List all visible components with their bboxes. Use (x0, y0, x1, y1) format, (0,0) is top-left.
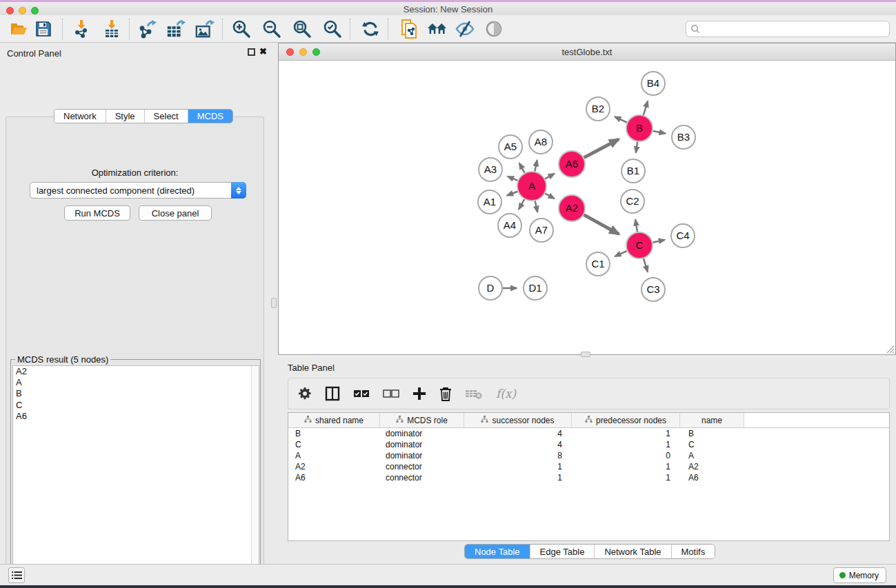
export-table-icon[interactable] (166, 19, 186, 39)
horizontal-divider-grip[interactable] (581, 352, 590, 357)
graph-node-A6[interactable]: A6 (559, 151, 585, 177)
graph-edge-C-C3[interactable] (644, 258, 648, 272)
result-item[interactable]: B (13, 388, 259, 399)
graph-node-C4[interactable]: C4 (671, 224, 695, 247)
resize-grip-icon[interactable] (884, 343, 895, 354)
column-selector-icon[interactable] (325, 383, 340, 404)
graph-edge-A2-C[interactable] (584, 215, 619, 234)
graph-node-D[interactable]: D (479, 276, 502, 300)
graph-node-C1[interactable]: C1 (586, 252, 610, 276)
zoom-out-icon[interactable] (261, 19, 282, 39)
zoom-selected-icon[interactable] (322, 19, 343, 39)
result-item[interactable]: A6 (13, 411, 259, 422)
table-row[interactable]: A6connector11A6 (288, 472, 889, 483)
graph-edge-C-C1[interactable] (615, 251, 627, 256)
run-mcds-button[interactable]: Run MCDS (64, 205, 130, 221)
function-builder-icon[interactable]: f(x) (496, 383, 516, 404)
graph-edge-C-C2[interactable] (635, 220, 637, 232)
graph-edge-C-C4[interactable] (653, 240, 665, 243)
graph-edge-A-A7[interactable] (535, 201, 538, 212)
search-input[interactable] (700, 24, 889, 34)
column-header-shared-name[interactable]: shared name (288, 413, 380, 427)
zoom-fit-icon[interactable] (292, 19, 312, 39)
add-column-icon[interactable] (412, 383, 426, 404)
table-row[interactable]: A2connector11A2 (288, 461, 889, 472)
zoom-in-icon[interactable] (231, 19, 252, 39)
tab-network-table[interactable]: Network Table (595, 545, 671, 558)
import-network-icon[interactable] (71, 19, 92, 39)
memory-button[interactable]: Memory (833, 567, 886, 583)
divider-grip[interactable] (271, 298, 277, 308)
column-header-successor-nodes[interactable]: successor nodes (464, 413, 572, 427)
tab-node-table[interactable]: Node Table (465, 545, 530, 558)
tab-network[interactable]: Network (54, 110, 106, 123)
delete-table-icon[interactable] (465, 383, 483, 404)
graph-node-A[interactable]: A (517, 172, 546, 201)
tab-motifs[interactable]: Motifs (672, 545, 715, 558)
export-image-icon[interactable] (195, 19, 215, 39)
column-header-name[interactable]: name (680, 413, 744, 427)
result-item[interactable]: A2 (13, 366, 259, 377)
graph-node-A1[interactable]: A1 (478, 190, 501, 214)
delete-column-icon[interactable] (439, 383, 452, 404)
graph-node-B1[interactable]: B1 (621, 159, 645, 183)
hide-panel-icon[interactable] (455, 19, 475, 39)
select-all-icon[interactable] (353, 383, 370, 404)
graph-node-A8[interactable]: A8 (529, 130, 552, 154)
open-session-icon[interactable] (8, 19, 29, 39)
graph-node-C3[interactable]: C3 (641, 278, 665, 301)
graph-node-A2[interactable]: A2 (559, 195, 585, 221)
graph-node-B[interactable]: B (626, 115, 653, 141)
home-icon[interactable] (427, 19, 448, 39)
graph-edge-A-A8[interactable] (535, 160, 537, 171)
graph-edge-A-A4[interactable] (519, 199, 524, 209)
result-item[interactable]: C (13, 400, 259, 411)
duplicate-network-icon[interactable] (399, 19, 420, 39)
column-header-predecessor-nodes[interactable]: predecessor nodes (572, 413, 680, 427)
save-session-icon[interactable] (33, 19, 54, 39)
tab-style[interactable]: Style (106, 110, 145, 123)
float-panel-icon[interactable] (248, 48, 255, 56)
table-row[interactable]: Cdominator41C (288, 439, 889, 450)
graph-node-C[interactable]: C (626, 232, 653, 258)
deselect-all-icon[interactable] (383, 383, 399, 404)
column-header-MCDS-role[interactable]: MCDS role (380, 413, 464, 427)
graph-node-C2[interactable]: C2 (621, 190, 644, 213)
tab-mcds[interactable]: MCDS (188, 110, 232, 123)
graph-node-B2[interactable]: B2 (586, 97, 610, 121)
table-settings-gear-icon[interactable] (298, 383, 312, 404)
refresh-icon[interactable] (360, 19, 381, 39)
graph-node-A5[interactable]: A5 (499, 135, 522, 159)
graph-node-A3[interactable]: A3 (479, 158, 502, 181)
graph-edge-B-B1[interactable] (636, 142, 637, 152)
graph-node-A7[interactable]: A7 (530, 219, 553, 242)
network-canvas[interactable]: B4B2BB3A5A8A6A3AB1A1A2C2A4A7C4CC1DD1C3 (279, 61, 895, 354)
graph-node-B4[interactable]: B4 (641, 72, 665, 95)
mcds-result-list[interactable]: A2ABCA6 (12, 365, 259, 588)
export-network-icon[interactable] (137, 19, 157, 39)
scrollbar-track[interactable] (251, 366, 259, 588)
table-row[interactable]: Bdominator41B (288, 428, 889, 439)
result-item[interactable]: A (13, 377, 259, 388)
graph-edge-A-A5[interactable] (519, 163, 525, 173)
graph-node-A4[interactable]: A4 (498, 214, 521, 237)
graph-edge-A6-B[interactable] (584, 139, 619, 158)
birdseye-icon[interactable] (484, 19, 504, 39)
graph-edge-A-A1[interactable] (507, 192, 517, 196)
graph-edge-A-A3[interactable] (508, 176, 518, 181)
graph-edge-B-B4[interactable] (644, 101, 648, 115)
task-history-button[interactable] (8, 567, 25, 583)
import-table-icon[interactable] (101, 19, 122, 39)
criterion-select[interactable]: largest connected component (directed) (30, 182, 246, 199)
close-panel-button[interactable]: Close panel (139, 205, 212, 221)
tab-edge-table[interactable]: Edge Table (530, 545, 595, 558)
graph-edge-A-A2[interactable] (545, 194, 554, 199)
graph-node-B3[interactable]: B3 (672, 125, 695, 149)
table-row[interactable]: Adominator80A (288, 450, 889, 461)
graph-edge-A-A6[interactable] (545, 174, 554, 179)
graph-node-D1[interactable]: D1 (524, 276, 547, 300)
graph-edge-B-B2[interactable] (615, 116, 626, 122)
tab-select[interactable]: Select (145, 110, 188, 123)
panel-divider[interactable] (270, 43, 278, 564)
graph-edge-B-B3[interactable] (653, 131, 666, 134)
